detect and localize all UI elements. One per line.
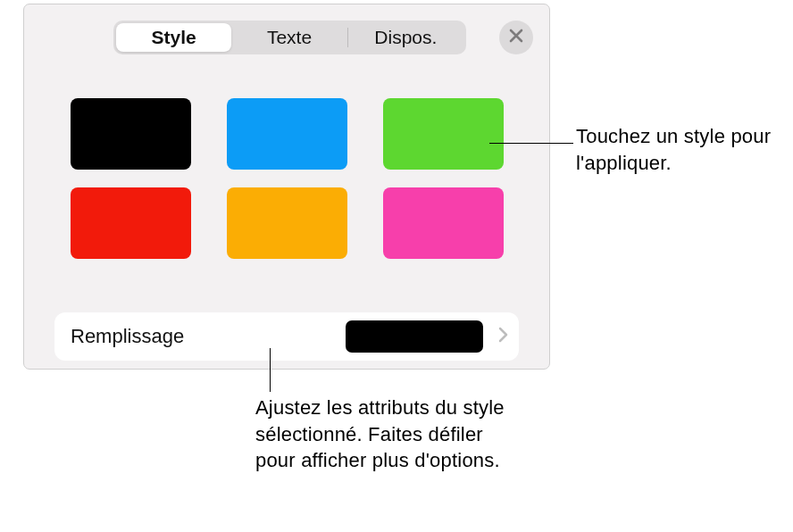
tab-layout[interactable]: Dispos. xyxy=(348,23,463,52)
tab-bar: Style Texte Dispos. xyxy=(113,21,466,54)
tab-style[interactable]: Style xyxy=(116,23,231,52)
style-swatch-green[interactable] xyxy=(383,98,504,170)
callout-apply-style: Touchez un style pour l'appliquer. xyxy=(576,123,790,176)
fill-row[interactable]: Remplissage xyxy=(54,312,519,361)
style-swatch-red[interactable] xyxy=(71,187,191,259)
style-swatch-pink[interactable] xyxy=(383,187,504,259)
callout-leader-2 xyxy=(270,348,271,392)
fill-swatch[interactable] xyxy=(346,320,483,353)
callout-leader-1 xyxy=(489,143,573,144)
tab-text[interactable]: Texte xyxy=(231,23,346,52)
style-swatch-orange[interactable] xyxy=(227,187,347,259)
callout-adjust-attrs: Ajustez les attributs du style sélection… xyxy=(255,395,523,474)
tab-text-label: Texte xyxy=(267,27,312,48)
style-swatch-grid xyxy=(71,98,504,259)
style-swatch-blue[interactable] xyxy=(227,98,347,170)
tab-layout-label: Dispos. xyxy=(374,27,437,48)
format-panel: Style Texte Dispos. Remplissage xyxy=(23,4,550,370)
close-icon xyxy=(509,29,523,46)
style-swatch-black[interactable] xyxy=(71,98,191,170)
chevron-right-icon xyxy=(498,327,508,346)
fill-disclosure[interactable] xyxy=(492,327,513,346)
fill-label: Remplissage xyxy=(71,325,346,348)
tab-style-label: Style xyxy=(152,27,196,48)
close-button[interactable] xyxy=(499,21,533,54)
